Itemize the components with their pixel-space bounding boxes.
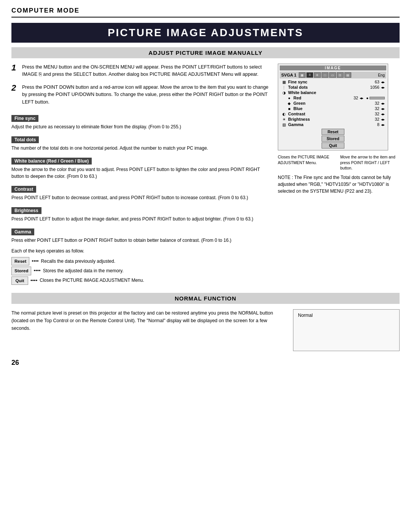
fine-sync-arrows: ◂▸ <box>381 80 385 84</box>
keys-intro: Each of the keys operates as follow. <box>11 248 269 255</box>
icon-rect: ▭ <box>329 72 336 78</box>
dialog-gamma-label: Gamma <box>288 122 364 127</box>
dialog-eng: Eng <box>378 73 385 77</box>
total-dots-label: Total dots <box>11 136 39 143</box>
callout-area: Closes the PICTURE IMAGE ADJUSTMENT Menu… <box>278 154 400 171</box>
icon-grid: ▦ <box>299 72 306 78</box>
dialog-row-total-dots: ⋮ Total dots 1056 ◂▸ <box>280 85 386 90</box>
brightness-section: Brightness Press POINT LEFT button to ad… <box>11 203 269 222</box>
gamma-arrows: ◂▸ <box>381 123 385 127</box>
dialog-blue-label: Blue <box>293 106 364 111</box>
white-balance-icon: ◑ <box>281 91 287 95</box>
brightness-label: Brightness <box>11 207 41 214</box>
dialog-top-row: SVGA 1 ▦ ⠿ ✛ □ ▭ ⊡ ▤ Eng <box>280 72 386 78</box>
dialog-contrast-label: Contrast <box>288 112 364 116</box>
quit-key-row: Quit •••• Closes the PICTURE IMAGE ADJUS… <box>11 276 269 285</box>
dialog-row-fine-sync: ▦ Fine sync 63 ◂▸ <box>280 79 386 85</box>
normal-two-col: The normal picture level is preset on th… <box>11 309 400 351</box>
callout-left: Closes the PICTURE IMAGE ADJUSTMENT Menu… <box>278 154 337 171</box>
gamma-icon: ▧ <box>281 123 287 127</box>
normal-right-col: Normal <box>293 309 400 351</box>
dialog-stored-btn[interactable]: Stored <box>322 136 344 142</box>
callout-right: Move the arrow to the item and press POI… <box>340 154 400 171</box>
brightness-desc: Press POINT LEFT button to adjust the im… <box>11 216 269 222</box>
dialog-row-brightness: ☀ Brightness 32 ◂▸ <box>280 117 386 122</box>
icon-square: □ <box>322 72 328 78</box>
right-column: IMAGE SVGA 1 ▦ ⠿ ✛ □ ▭ ⊡ ▤ Eng <box>278 64 400 286</box>
dialog-row-green: ◆ Green 32 ◂▸ <box>280 101 386 106</box>
contrast-section: Contrast Press POINT LEFT button to decr… <box>11 182 269 201</box>
total-dots-section: Total dots The number of the total dots … <box>11 133 269 152</box>
callout-left-text: Closes the PICTURE IMAGE ADJUSTMENT Menu… <box>278 155 329 165</box>
fine-sync-desc: Adjust the picture as necessary to elimi… <box>11 123 269 130</box>
dialog-brightness-label: Brightness <box>288 117 364 121</box>
normal-function-section: NORMAL FUNCTION The normal picture level… <box>11 293 400 351</box>
reset-key-row: Reset •••• Recalls the data previously a… <box>11 257 269 265</box>
gamma-label: Gamma <box>11 228 34 235</box>
step-1-number: 1 <box>11 63 18 78</box>
dialog-row-gamma: ▧ Gamma 8 ◂▸ <box>280 122 386 127</box>
dialog-row-red: ● Red 32 ◂▸ ● <box>280 95 386 101</box>
step-1-text: Press the MENU button and the ON-SCREEN … <box>22 64 269 78</box>
page-container: COMPUTER MODE PICTURE IMAGE ADJUSTMENTS … <box>0 0 411 532</box>
red-bar-indicator: ● <box>366 96 385 100</box>
reset-dots: •••• <box>32 257 38 265</box>
dialog-reset-btn[interactable]: Reset <box>322 129 344 135</box>
total-dots-icon: ⋮ <box>281 85 287 89</box>
step-2-text: Press the POINT DOWN button and a red-ar… <box>22 84 269 106</box>
brightness-arrows: ◂▸ <box>381 117 385 121</box>
fine-sync-icon: ▦ <box>281 80 287 84</box>
stored-key-row: Stored •••• Stores the adjusted data in … <box>11 267 269 275</box>
reset-key: Reset <box>11 257 29 265</box>
brightness-icon: ☀ <box>281 117 287 121</box>
icon-screen: ▤ <box>344 72 351 78</box>
computer-mode-header: COMPUTER MODE <box>11 7 400 18</box>
adjust-section-title: ADJUST PICTURE IMAGE MANUALLY <box>148 50 262 56</box>
image-dialog: IMAGE SVGA 1 ▦ ⠿ ✛ □ ▭ ⊡ ▤ Eng <box>278 64 388 150</box>
dialog-contrast-value: 32 <box>366 112 379 116</box>
white-balance-section: White balance (Red / Green / Blue) Move … <box>11 154 269 180</box>
normal-left-col: The normal picture level is preset on th… <box>11 309 284 351</box>
page-number: 26 <box>11 359 19 367</box>
dialog-brightness-value: 32 <box>366 117 379 121</box>
step-2: 2 Press the POINT DOWN button and a red-… <box>11 84 269 106</box>
left-column: 1 Press the MENU button and the ON-SCREE… <box>11 64 269 286</box>
note-section: NOTE : The Fine sync and the Total dots … <box>278 174 400 195</box>
two-col-layout: 1 Press the MENU button and the ON-SCREE… <box>11 64 400 286</box>
dialog-fine-sync-label: Fine sync <box>288 80 364 84</box>
keys-section: Each of the keys operates as follow. Res… <box>11 248 269 285</box>
quit-dots: •••• <box>30 277 37 285</box>
gamma-section: Gamma Press either POINT LEFT button or … <box>11 225 269 244</box>
step-1: 1 Press the MENU button and the ON-SCREE… <box>11 64 269 78</box>
step-2-number: 2 <box>11 83 18 106</box>
blue-icon: ■ <box>287 107 292 111</box>
callout-right-text: Move the arrow to the item and press POI… <box>340 155 395 170</box>
contrast-label: Contrast <box>11 186 36 193</box>
dialog-row-white-balance: ◑ White balance <box>280 90 386 95</box>
dialog-btn-row: Reset Stored Quit <box>280 129 386 149</box>
dialog-title: IMAGE <box>325 66 341 70</box>
normal-section-header: NORMAL FUNCTION <box>11 293 400 304</box>
normal-desc: The normal picture level is preset on th… <box>11 310 273 331</box>
computer-mode-title: COMPUTER MODE <box>11 7 80 14</box>
reset-desc: Recalls the data previously adjusted. <box>41 258 115 265</box>
dialog-svga: SVGA 1 <box>281 73 296 77</box>
dialog-title-bar: IMAGE <box>280 66 386 70</box>
dialog-quit-btn[interactable]: Quit <box>322 142 344 149</box>
red-arrows: ◂▸ <box>360 96 363 100</box>
icon-dots: ⠿ <box>306 72 313 78</box>
stored-desc: Stores the adjusted data in the memory. <box>43 267 124 275</box>
normal-section-title: NORMAL FUNCTION <box>175 295 236 302</box>
icon-monitor: ⊡ <box>337 72 344 78</box>
stored-key: Stored <box>11 267 31 275</box>
dialog-green-label: Green <box>293 101 364 105</box>
green-arrows: ◂▸ <box>381 101 385 105</box>
dialog-white-balance-label: White balance <box>288 90 385 95</box>
white-balance-desc: Move the arrow to the color that you wan… <box>11 166 269 180</box>
note-text: NOTE : The Fine sync and the Total dots … <box>278 175 391 194</box>
dialog-row-contrast: ◐ Contrast 32 ◂▸ <box>280 111 386 117</box>
fine-sync-section: Fine sync Adjust the picture as necessar… <box>11 111 269 130</box>
dialog-total-dots-label: Total dots <box>288 85 364 89</box>
contrast-desc: Press POINT LEFT button to decrease cont… <box>11 194 269 201</box>
total-dots-desc: The number of the total dots in one hori… <box>11 145 269 152</box>
